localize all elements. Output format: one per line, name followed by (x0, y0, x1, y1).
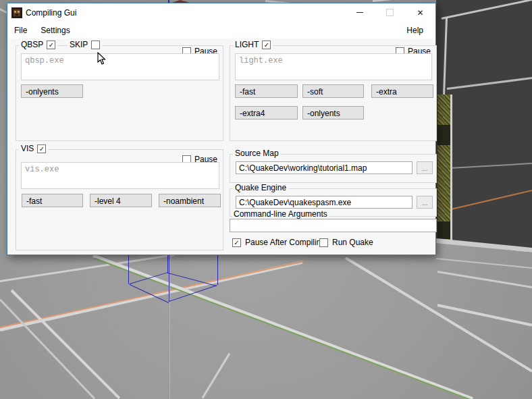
minimize-icon (356, 12, 363, 13)
titlebar[interactable]: Compiling Gui ✕ (7, 3, 435, 22)
brush-wireframe-edge (128, 255, 129, 284)
vis-command-textarea[interactable]: vis.exe (21, 162, 219, 189)
floor-grid-line (437, 271, 532, 288)
brush-wireframe-edge (167, 255, 168, 273)
textured-column (437, 95, 451, 242)
vis-level4-button[interactable]: -level 4 (90, 194, 152, 207)
menubar: File Settings Help (7, 22, 435, 38)
light-command-textarea[interactable]: light.exe (235, 53, 432, 80)
source-map-browse-button[interactable]: ... (417, 161, 433, 174)
qbsp-group: QBSP ✓ SKIP Pause qbsp.exe -onlyents (16, 45, 223, 141)
compiling-gui-window: Compiling Gui ✕ File Settings Help QBSP … (7, 3, 436, 255)
window-title: Compiling Gui (26, 8, 76, 18)
texture-dark-patch (437, 221, 451, 239)
floor-grid-line (0, 298, 95, 399)
floor-grid-line (436, 258, 532, 269)
floor-grid-line (345, 257, 532, 372)
light-onlyents-button[interactable]: -onlyents (302, 106, 364, 119)
vis-fast-button[interactable]: -fast (22, 194, 83, 207)
qbsp-checkbox[interactable]: ✓ (47, 41, 55, 49)
light-checkbox[interactable]: ✓ (262, 41, 271, 49)
source-map-field[interactable]: C:\QuakeDev\working\tutorial1.map (236, 161, 413, 174)
wall-grid-line (373, 0, 396, 2)
close-button[interactable]: ✕ (405, 3, 435, 22)
source-map-label: Source Map (235, 149, 279, 158)
run-quake-option[interactable]: Run Quake (319, 238, 373, 247)
run-quake-label: Run Quake (332, 238, 373, 247)
brush-wireframe-edge (217, 255, 218, 285)
texture-edge-highlight (450, 95, 452, 242)
qbsp-onlyents-button[interactable]: -onlyents (21, 84, 83, 98)
menu-item-help[interactable]: Help (400, 24, 430, 37)
cmdline-label: Command-line Arguments (232, 209, 329, 219)
qbsp-command-textarea[interactable]: qbsp.exe (21, 53, 219, 80)
vis-group: VIS ✓ Pause vis.exe -fast -level 4 -noam… (16, 149, 223, 250)
menu-item-settings[interactable]: Settings (34, 24, 76, 37)
light-extra-button[interactable]: -extra (371, 84, 433, 98)
close-icon: ✕ (417, 9, 423, 17)
maximize-icon (386, 9, 394, 16)
mouse-cursor (97, 52, 106, 65)
source-map-group: Source Map C:\QuakeDev\working\tutorial1… (230, 154, 437, 183)
run-quake-checkbox[interactable] (319, 238, 328, 247)
app-icon (11, 7, 22, 18)
floor-grid-line (202, 353, 230, 398)
light-label: LIGHT (235, 40, 259, 49)
brush-wireframe-edge (169, 255, 169, 302)
skip-label: SKIP (70, 40, 88, 49)
skip-checkbox[interactable] (91, 41, 100, 49)
light-soft-button[interactable]: -soft (302, 84, 364, 98)
maximize-button[interactable] (375, 3, 405, 22)
pause-after-compiling-option[interactable]: ✓ Pause After Compiling (232, 238, 325, 247)
z-axis-line (169, 255, 170, 399)
vis-label: VIS (21, 144, 34, 153)
vis-noambient-button[interactable]: -noambient (159, 194, 221, 207)
qbsp-label: QBSP (21, 40, 43, 49)
light-group: LIGHT ✓ Pause light.exe -fast -soft -ext… (230, 45, 437, 141)
vis-checkbox[interactable]: ✓ (37, 144, 46, 153)
light-extra4-button[interactable]: -extra4 (235, 106, 298, 119)
floor-grid-line (92, 254, 473, 399)
pause-after-compiling-checkbox[interactable]: ✓ (232, 238, 241, 247)
quake-engine-browse-button[interactable]: ... (417, 196, 433, 209)
cmdline-field[interactable] (230, 219, 437, 232)
pause-after-compiling-label: Pause After Compiling (245, 238, 325, 247)
minimize-button[interactable] (344, 3, 375, 22)
light-fast-button[interactable]: -fast (235, 84, 298, 98)
texture-dark-patch (437, 125, 451, 145)
quake-engine-field[interactable]: C:\QuakeDev\quakespasm.exe (236, 196, 413, 209)
menu-item-file[interactable]: File (7, 24, 34, 37)
quake-engine-label: Quake Engine (235, 183, 286, 192)
